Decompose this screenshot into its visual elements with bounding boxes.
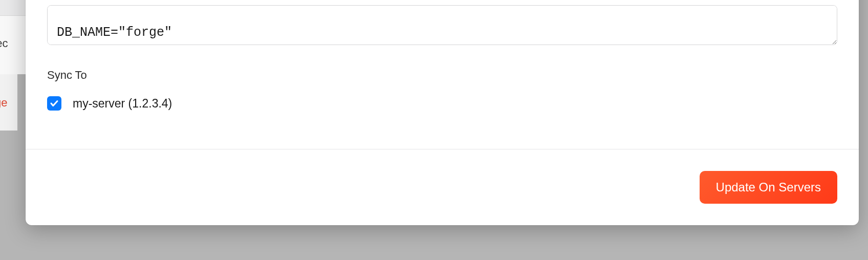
update-on-servers-button[interactable]: Update On Servers (700, 171, 837, 204)
modal-dialog: Sync To my-server (1.2.3.4) Update On Se… (26, 0, 859, 225)
background-fragment (0, 0, 26, 15)
modal-body: Sync To my-server (1.2.3.4) (26, 0, 859, 149)
sync-server-label: my-server (1.2.3.4) (73, 97, 172, 111)
background-text: nec (0, 37, 8, 50)
background-text: ge (0, 96, 7, 110)
env-textarea[interactable] (47, 5, 837, 45)
check-icon (50, 99, 59, 108)
sync-server-checkbox[interactable] (47, 96, 61, 111)
sync-server-row: my-server (1.2.3.4) (47, 96, 837, 111)
sync-to-label: Sync To (47, 69, 837, 82)
env-textarea-wrap (47, 5, 837, 47)
modal-footer: Update On Servers (26, 149, 859, 225)
